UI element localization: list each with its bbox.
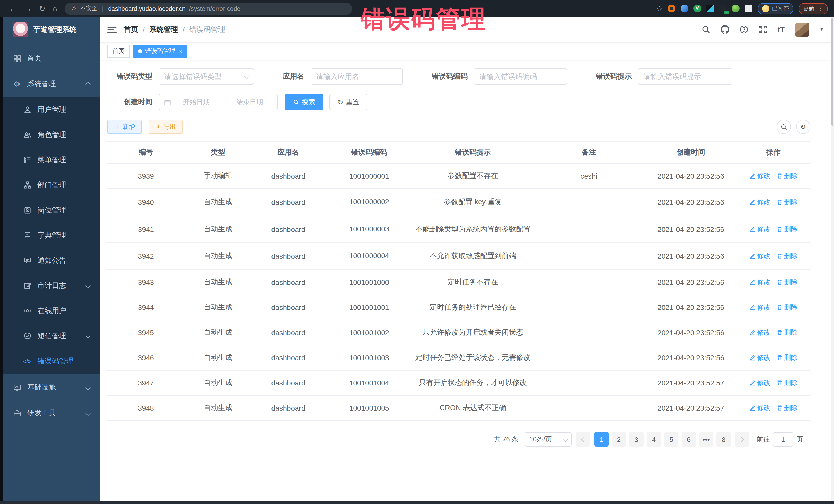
sidebar-item-home[interactable]: 首页	[3, 46, 100, 71]
prev-page-button[interactable]	[576, 432, 590, 446]
edit-link[interactable]: 修改	[749, 403, 770, 413]
date-start-placeholder[interactable]: 开始日期	[174, 97, 219, 107]
delete-link[interactable]: 删除	[776, 303, 797, 312]
delete-link[interactable]: 删除	[776, 403, 797, 413]
back-icon[interactable]: ←	[9, 4, 17, 13]
home-icon[interactable]: ⌂	[52, 4, 57, 13]
cell-id: 3945	[107, 320, 184, 345]
bookmark-star-icon[interactable]: ☆	[656, 4, 663, 13]
delete-link[interactable]: 删除	[776, 171, 797, 181]
sidebar-item-dict[interactable]: 字典管理	[3, 223, 100, 248]
page-scrollbar[interactable]	[831, 17, 834, 504]
breadcrumb-system[interactable]: 系统管理	[149, 25, 178, 34]
font-size-icon[interactable]: tT	[777, 25, 785, 34]
error-msg-field[interactable]	[643, 72, 727, 81]
delete-link[interactable]: 删除	[776, 378, 797, 388]
github-icon[interactable]	[721, 25, 729, 34]
reload-icon[interactable]: ↻	[39, 4, 45, 13]
tag-error-code[interactable]: 错误码管理 ×	[133, 44, 188, 58]
delete-link[interactable]: 删除	[776, 353, 797, 363]
search-icon[interactable]	[702, 25, 710, 34]
app-name-field[interactable]	[316, 72, 397, 81]
page-size-select[interactable]: 10条/页	[525, 432, 572, 446]
address-bar[interactable]: ⚠ 不安全 | dashboard.yudao.iocoder.cn/syste…	[64, 2, 352, 15]
page-button[interactable]: 8	[717, 432, 731, 446]
sidebar-item-audit-log[interactable]: 审计日志	[3, 273, 100, 298]
extension-icon-gem[interactable]	[681, 5, 688, 12]
date-range-picker[interactable]: 开始日期 - 结束日期	[159, 94, 278, 110]
avatar-caret-icon[interactable]: ▼	[820, 27, 824, 32]
extension-icon-plant[interactable]	[732, 5, 740, 12]
sidebar-item-users[interactable]: 用户管理	[3, 97, 100, 122]
extension-icon-green-v[interactable]: V	[694, 5, 701, 12]
help-icon[interactable]	[740, 25, 748, 34]
sidebar-item-devtools[interactable]: 研发工具	[3, 400, 100, 426]
sidebar-item-system[interactable]: ⚙ 系统管理	[3, 71, 100, 97]
sidebar-item-online-users[interactable]: 在线用户	[3, 298, 100, 323]
sidebar-item-notice[interactable]: 通知公告	[3, 248, 100, 273]
chrome-menu-icon[interactable]: ⋮	[818, 6, 823, 11]
edit-link[interactable]: 修改	[749, 224, 770, 234]
page-button[interactable]: 5	[664, 432, 679, 446]
page-button[interactable]: 4	[647, 432, 661, 446]
scrollbar-thumb[interactable]	[831, 18, 833, 126]
profile-chip[interactable]: 已暂停	[758, 3, 793, 14]
reset-button[interactable]: ↻ 重置	[329, 94, 368, 110]
edit-link[interactable]: 修改	[749, 198, 770, 207]
sidebar-item-roles[interactable]: 角色管理	[3, 122, 100, 147]
sidebar-item-posts[interactable]: 岗位管理	[3, 198, 100, 223]
annotation-title: 错误码管理	[361, 3, 486, 36]
update-button[interactable]: 更新 ⋮	[798, 3, 828, 14]
tag-close-icon[interactable]: ×	[179, 48, 182, 54]
delete-link[interactable]: 删除	[776, 278, 797, 287]
refresh-table-button[interactable]: ↻	[796, 119, 810, 134]
date-end-placeholder[interactable]: 结束日期	[227, 97, 272, 107]
not-secure-label: 不安全	[80, 5, 97, 12]
delete-link[interactable]: 删除	[776, 224, 797, 234]
edit-link[interactable]: 修改	[749, 353, 770, 363]
breadcrumb-home[interactable]: 首页	[124, 25, 138, 34]
extension-icon-grid[interactable]	[706, 5, 714, 12]
extension-icon-list[interactable]: on	[719, 5, 727, 12]
page-button[interactable]: 6	[682, 432, 696, 446]
sidebar-item-error-code[interactable]: </> 错误码管理	[3, 349, 100, 374]
delete-link[interactable]: 删除	[776, 198, 797, 207]
error-code-input[interactable]	[474, 68, 567, 85]
cell-code: 1001001002	[325, 320, 413, 345]
page-button[interactable]: 1	[594, 432, 609, 446]
error-msg-input[interactable]	[638, 68, 732, 85]
page-button[interactable]: 3	[629, 432, 643, 446]
search-button[interactable]: 搜索	[285, 94, 323, 110]
toggle-search-button[interactable]	[776, 119, 791, 134]
edit-link[interactable]: 修改	[749, 328, 770, 337]
edit-link[interactable]: 修改	[749, 378, 770, 388]
sidebar-item-menus[interactable]: 菜单管理	[3, 147, 100, 172]
extension-icon-puzzle[interactable]	[745, 5, 752, 12]
fullscreen-icon[interactable]	[759, 25, 767, 34]
user-avatar[interactable]	[795, 22, 809, 37]
error-code-field[interactable]	[479, 72, 562, 81]
app-name-input[interactable]	[310, 68, 403, 85]
add-button[interactable]: ＋ 新增	[107, 119, 142, 134]
export-button[interactable]: 导出	[149, 119, 183, 134]
edit-link[interactable]: 修改	[749, 171, 770, 181]
next-page-button[interactable]	[735, 432, 749, 446]
tag-home[interactable]: 首页	[107, 44, 130, 58]
edit-link[interactable]: 修改	[749, 303, 770, 312]
error-type-select-input[interactable]	[164, 72, 242, 81]
hamburger-icon[interactable]	[107, 25, 116, 34]
delete-link[interactable]: 删除	[776, 251, 797, 261]
forward-icon[interactable]: →	[24, 4, 32, 13]
page-button[interactable]: •••	[699, 432, 714, 446]
sidebar-item-depts[interactable]: 部门管理	[3, 172, 100, 198]
edit-link[interactable]: 修改	[749, 278, 770, 287]
sidebar-item-infra[interactable]: 基础设施	[3, 375, 100, 400]
edit-link[interactable]: 修改	[749, 251, 770, 261]
goto-page-input[interactable]	[773, 432, 793, 446]
sidebar-item-sms[interactable]: 短信管理	[3, 323, 100, 349]
page-button[interactable]: 2	[612, 432, 626, 446]
delete-link[interactable]: 删除	[776, 328, 797, 337]
extension-icon-orange[interactable]	[668, 5, 675, 12]
sidebar-logo[interactable]: 芋道管理系统	[3, 17, 100, 43]
error-type-select[interactable]	[159, 68, 254, 85]
